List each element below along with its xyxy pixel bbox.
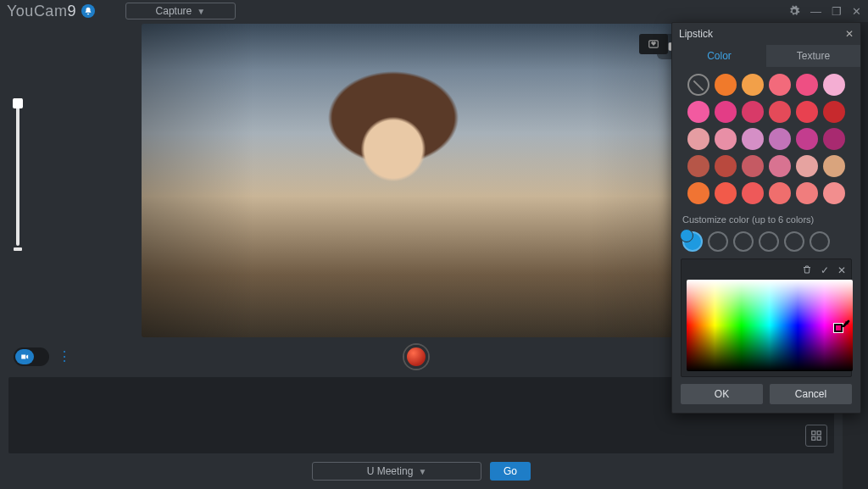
ok-button[interactable]: OK [681,384,763,404]
chevron-down-icon: ▼ [418,467,426,476]
color-swatch-10[interactable] [796,101,818,123]
cancel-button[interactable]: Cancel [770,384,852,404]
notifications-icon[interactable] [81,4,95,18]
app-brand: YouCam9 [7,3,76,20]
custom-slot-6[interactable] [810,231,830,252]
color-swatch-4[interactable] [796,74,818,96]
color-swatch-8[interactable] [742,101,764,123]
customize-label: Customize color (up to 6 colors) [672,211,860,228]
custom-color-slots [672,228,860,258]
color-swatch-5[interactable] [823,74,845,96]
more-options-button[interactable]: ⋮ [58,350,71,364]
color-swatch-19[interactable] [715,155,737,177]
svg-rect-1 [812,431,815,435]
record-button[interactable] [404,345,428,369]
color-swatch-9[interactable] [769,101,791,123]
mode-label: Capture [156,5,192,17]
zoom-slider[interactable] [15,98,20,251]
app-name: YouCam [7,3,67,19]
color-swatch-14[interactable] [742,128,764,150]
color-swatch-13[interactable] [715,128,737,150]
cancel-color-icon[interactable]: ✕ [837,264,846,276]
custom-slot-5[interactable] [784,231,804,252]
color-swatch-15[interactable] [769,128,791,150]
chevron-down-icon: ▼ [197,7,205,16]
app-version: 9 [67,3,76,19]
zoom-thumb[interactable] [13,98,23,108]
color-swatch-24[interactable] [687,182,709,204]
tab-texture[interactable]: Texture [766,45,860,67]
color-swatch-3[interactable] [769,74,791,96]
color-swatch-27[interactable] [769,182,791,204]
svg-rect-2 [817,431,821,435]
color-swatch-6[interactable] [687,101,709,123]
color-swatch-25[interactable] [715,182,737,204]
settings-icon[interactable] [788,5,800,17]
color-swatch-2[interactable] [742,74,764,96]
meeting-selector[interactable]: U Meeting ▼ [312,462,481,481]
color-swatch-18[interactable] [687,155,709,177]
color-swatch-26[interactable] [742,182,764,204]
custom-slot-3[interactable] [733,231,754,252]
delete-color-icon[interactable] [802,264,812,276]
minimize-icon[interactable]: — [810,5,821,18]
panel-title: Lipstick [679,28,713,40]
tab-color[interactable]: Color [672,45,766,67]
favorites-panel-tab[interactable] [639,34,668,54]
maximize-icon[interactable]: ❐ [832,5,842,18]
color-swatch-7[interactable] [715,101,737,123]
color-swatch-17[interactable] [823,128,845,150]
bottom-bar: U Meeting ▼ Go [0,453,843,489]
color-swatch-23[interactable] [823,155,845,177]
color-swatch-12[interactable] [687,128,709,150]
color-swatch-22[interactable] [796,155,818,177]
color-swatch-0[interactable] [687,74,709,96]
color-swatch-20[interactable] [742,155,764,177]
color-swatch-21[interactable] [769,155,791,177]
color-swatch-28[interactable] [796,182,818,204]
close-icon[interactable]: ✕ [845,28,854,40]
svg-rect-4 [817,436,821,440]
mode-selector[interactable]: Capture ▼ [125,3,236,19]
gallery-grid-button[interactable] [805,425,827,447]
color-swatch-1[interactable] [715,74,737,96]
color-swatch-11[interactable] [823,101,845,123]
close-window-icon[interactable]: ✕ [852,5,861,18]
custom-slot-4[interactable] [759,231,779,252]
video-icon [15,349,34,364]
go-button[interactable]: Go [490,462,531,481]
svg-rect-3 [812,436,815,440]
color-picker-box: ✓ ✕ [681,258,852,377]
custom-slot-1[interactable] [682,231,703,252]
custom-slot-2[interactable] [708,231,728,252]
color-swatch-16[interactable] [796,128,818,150]
confirm-color-icon[interactable]: ✓ [821,264,829,276]
lipstick-panel: Lipstick ✕ Color Texture Customize color… [671,22,861,414]
camera-preview [142,24,701,337]
color-picker[interactable] [687,280,853,371]
title-bar: YouCam9 Capture ▼ — ❐ ✕ [0,0,868,22]
color-swatch-grid [672,67,860,211]
eyedropper-icon[interactable] [841,319,851,329]
video-mode-toggle[interactable] [14,347,49,366]
meeting-label: U Meeting [367,465,414,477]
color-swatch-29[interactable] [823,182,845,204]
